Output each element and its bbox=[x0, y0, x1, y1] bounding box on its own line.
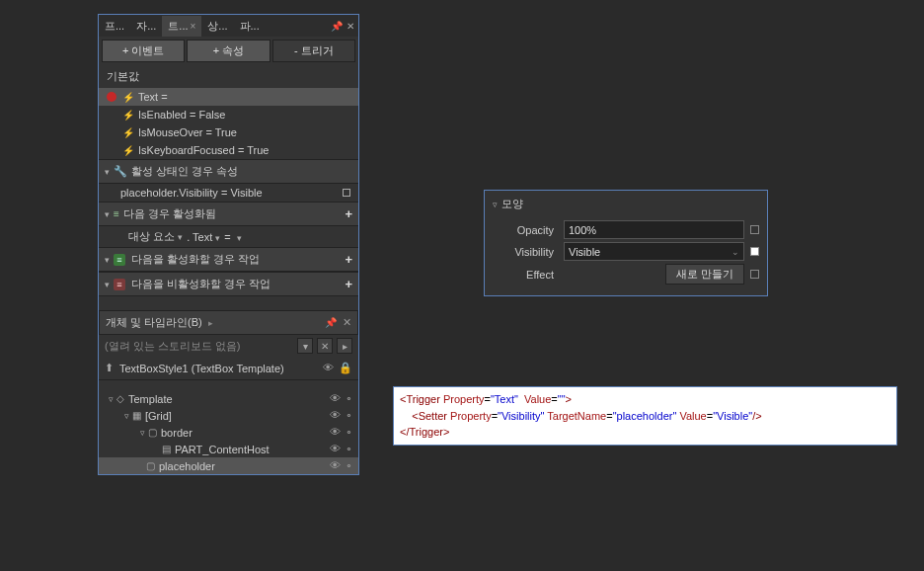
scrollviewer-icon: ▤ bbox=[162, 444, 171, 454]
pin-icon[interactable]: 📌 bbox=[325, 317, 337, 328]
add-icon[interactable]: + bbox=[345, 277, 352, 291]
tree-node-border[interactable]: ▿ ▢ border 👁∘ bbox=[99, 424, 358, 441]
property-marker-icon[interactable] bbox=[750, 270, 759, 279]
trigger-item-text[interactable]: ⚡ Text = bbox=[99, 88, 358, 106]
storyboard-dropdown[interactable]: ▾ bbox=[297, 338, 313, 354]
trigger-buttons: + 이벤트 + 속성 - 트리거 bbox=[99, 37, 358, 65]
activated-when-header[interactable]: ▾ ≡ 다음 경우 활성화됨 + bbox=[99, 202, 358, 226]
scope-up-icon[interactable]: ⬆ bbox=[105, 362, 114, 374]
effect-label: Effect bbox=[493, 269, 564, 281]
wrench-icon: 🔧 bbox=[114, 165, 127, 178]
eye-icon[interactable]: 👁 bbox=[330, 443, 341, 455]
triggers-panel: 프... 자... 트...× 상... 파... 📌 ✕ + 이벤트 + 속성… bbox=[98, 14, 359, 475]
tab-triggers[interactable]: 트...× bbox=[162, 16, 201, 37]
property-row-placeholder-visibility[interactable]: placeholder.Visibility = Visible bbox=[99, 184, 358, 202]
property-marker-icon[interactable] bbox=[343, 189, 350, 197]
active-properties-header[interactable]: ▾ 🔧 활성 상태인 경우 속성 bbox=[99, 159, 358, 184]
opacity-label: Opacity bbox=[493, 224, 564, 236]
lock-icon[interactable]: ∘ bbox=[346, 392, 352, 405]
code-line: </Trigger> bbox=[400, 424, 890, 441]
panel-tabs: 프... 자... 트...× 상... 파... 📌 ✕ bbox=[99, 15, 358, 37]
bolt-icon: ⚡ bbox=[122, 110, 134, 121]
code-line: <Trigger Property="Text" Value=""> bbox=[400, 391, 890, 408]
appearance-header[interactable]: ▿ 모양 bbox=[493, 195, 759, 217]
on-deactivate-header[interactable]: ▾ ≡ 다음을 비활성화할 경우 작업 + bbox=[99, 272, 358, 296]
chevron-right-icon: ▸ bbox=[208, 318, 213, 328]
pin-icon[interactable]: 📌 bbox=[331, 21, 343, 32]
expand-icon: ▾ bbox=[105, 167, 110, 177]
property-marker-icon[interactable] bbox=[750, 247, 759, 256]
close-icon[interactable]: ✕ bbox=[343, 316, 351, 329]
opacity-input[interactable] bbox=[564, 220, 744, 239]
eye-icon[interactable]: 👁 bbox=[330, 459, 341, 472]
condition-icon: ≡ bbox=[114, 208, 119, 219]
remove-trigger-button[interactable]: - 트리거 bbox=[272, 40, 355, 62]
lock-icon[interactable]: ∘ bbox=[346, 443, 352, 455]
chevron-down-icon: ⌄ bbox=[732, 247, 739, 257]
lock-icon[interactable]: 🔒 bbox=[339, 362, 352, 374]
bolt-icon: ⚡ bbox=[122, 92, 134, 103]
opacity-row: Opacity bbox=[493, 220, 759, 239]
eye-icon[interactable]: 👁 bbox=[330, 426, 341, 439]
tab-project[interactable]: 프... bbox=[99, 16, 130, 37]
tree-node-placeholder[interactable]: ▢ placeholder 👁∘ bbox=[99, 457, 358, 474]
value-dropdown[interactable]: = ▾ bbox=[224, 231, 242, 243]
eye-icon[interactable]: 👁 bbox=[330, 409, 341, 422]
record-icon bbox=[107, 92, 116, 102]
close-icon[interactable]: × bbox=[191, 21, 196, 32]
expand-icon: ▾ bbox=[105, 209, 110, 219]
property-dropdown[interactable]: . Text ▾ bbox=[187, 231, 220, 243]
bolt-icon: ⚡ bbox=[122, 127, 134, 138]
template-icon: ◇ bbox=[116, 393, 124, 404]
trigger-item-iskeyboardfocused[interactable]: ⚡ IsKeyboardFocused = True bbox=[99, 141, 358, 159]
new-effect-button[interactable]: 새로 만들기 bbox=[665, 264, 744, 285]
expand-icon[interactable]: ▿ bbox=[109, 394, 114, 404]
visibility-dropdown[interactable]: Visible ⌄ bbox=[564, 242, 744, 261]
grid-icon: ▦ bbox=[132, 410, 141, 421]
expand-icon[interactable]: ▿ bbox=[140, 428, 145, 438]
expand-icon: ▿ bbox=[493, 200, 498, 209]
effect-row: Effect 새로 만들기 bbox=[493, 264, 759, 285]
trigger-item-isenabled[interactable]: ⚡ IsEnabled = False bbox=[99, 106, 358, 123]
lock-icon[interactable]: ∘ bbox=[346, 426, 352, 439]
add-icon[interactable]: + bbox=[345, 206, 352, 221]
storyboard-label: (열려 있는 스토리보드 없음) bbox=[105, 339, 241, 354]
activate-icon: ≡ bbox=[114, 254, 125, 266]
appearance-panel: ▿ 모양 Opacity Visibility Visible ⌄ Effect… bbox=[484, 190, 768, 296]
expand-icon: ▾ bbox=[105, 255, 110, 265]
add-icon[interactable]: + bbox=[345, 252, 352, 267]
lock-icon[interactable]: ∘ bbox=[346, 459, 352, 472]
eye-icon[interactable]: 👁 bbox=[323, 362, 334, 374]
on-activate-header[interactable]: ▾ ≡ 다음을 활성화할 경우 작업 + bbox=[99, 247, 358, 272]
bolt-icon: ⚡ bbox=[122, 145, 134, 156]
expand-icon: ▾ bbox=[105, 280, 110, 289]
code-line: <Setter Property="Visibility" TargetName… bbox=[400, 408, 890, 425]
default-label: 기본값 bbox=[99, 65, 358, 88]
storyboard-menu[interactable]: ▸ bbox=[337, 338, 352, 354]
tree-node-grid[interactable]: ▿ ▦ [Grid] 👁∘ bbox=[99, 407, 358, 424]
storyboard-close[interactable]: ✕ bbox=[317, 338, 333, 354]
template-header[interactable]: ⬆ TextBoxStyle1 (TextBox Template) 👁 🔒 bbox=[99, 357, 358, 380]
storyboard-row: (열려 있는 스토리보드 없음) ▾ ✕ ▸ bbox=[99, 335, 358, 357]
tree-node-contenthost[interactable]: ▤ PART_ContentHost 👁∘ bbox=[99, 441, 358, 457]
tab-states[interactable]: 상... bbox=[201, 16, 233, 37]
deactivate-icon: ≡ bbox=[114, 279, 125, 290]
tab-assets[interactable]: 자... bbox=[130, 16, 162, 37]
trigger-item-ismouseover[interactable]: ⚡ IsMouseOver = True bbox=[99, 123, 358, 141]
xaml-code-panel: <Trigger Property="Text" Value=""> <Sett… bbox=[393, 386, 897, 446]
lock-icon[interactable]: ∘ bbox=[346, 409, 352, 422]
border-icon: ▢ bbox=[148, 427, 157, 438]
add-event-button[interactable]: + 이벤트 bbox=[102, 40, 185, 62]
property-marker-icon[interactable] bbox=[750, 225, 759, 234]
objects-timeline-header[interactable]: 개체 및 타임라인(B) ▸ 📌 ✕ bbox=[99, 310, 358, 335]
tree-node-template[interactable]: ▿ ◇ Template 👁∘ bbox=[99, 390, 358, 407]
tab-parts[interactable]: 파... bbox=[234, 16, 266, 37]
add-property-button[interactable]: + 속성 bbox=[187, 40, 270, 62]
eye-icon[interactable]: 👁 bbox=[330, 392, 341, 405]
close-icon[interactable]: ✕ bbox=[346, 21, 354, 32]
condition-row: 대상 요소 ▾ . Text ▾ = ▾ bbox=[99, 226, 358, 247]
target-dropdown[interactable]: 대상 요소 ▾ bbox=[128, 229, 183, 244]
expand-icon[interactable]: ▿ bbox=[124, 411, 129, 421]
visibility-row: Visibility Visible ⌄ bbox=[493, 242, 759, 261]
visibility-label: Visibility bbox=[493, 246, 564, 258]
